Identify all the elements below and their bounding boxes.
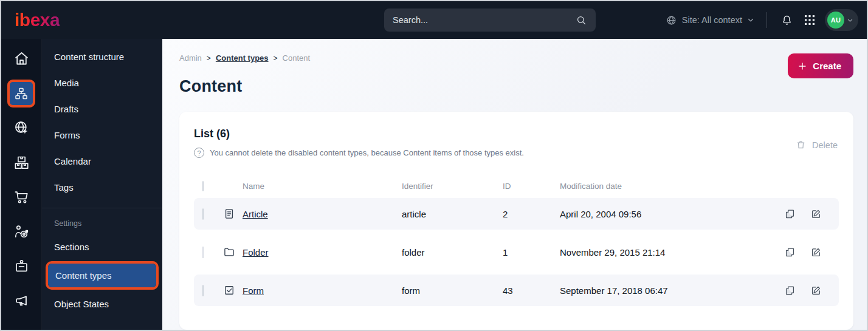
cell-identifier: form <box>402 285 503 296</box>
site-globe-icon[interactable] <box>1 111 41 145</box>
content-type-link[interactable]: Form <box>243 285 264 296</box>
sidebar-item-tags[interactable]: Tags <box>42 174 162 200</box>
search-input[interactable] <box>393 15 576 25</box>
content-type-link[interactable]: Folder <box>243 247 269 258</box>
cell-identifier: folder <box>402 247 503 258</box>
home-icon[interactable] <box>1 41 41 76</box>
trash-icon <box>796 140 806 150</box>
table-row: Folder folder 1 November 29, 2015 21:14 <box>194 236 839 268</box>
cell-modification-date: September 17, 2018 06:47 <box>560 285 767 296</box>
copy-icon[interactable] <box>784 285 796 296</box>
sidebar-item-content-types[interactable]: Content types <box>48 264 156 287</box>
article-icon <box>223 208 235 220</box>
table-header-row: Name Identifier ID Modification date <box>194 174 839 198</box>
content-tree-icon <box>14 86 29 101</box>
select-all-checkbox[interactable] <box>202 181 204 191</box>
content-tree-rail-item[interactable] <box>1 76 41 111</box>
user-menu[interactable]: AU <box>825 9 858 31</box>
edit-icon[interactable] <box>810 247 822 258</box>
sidebar: Content structure Media Drafts Forms Cal… <box>42 39 162 330</box>
header-name: Name <box>243 182 402 191</box>
content-types-list-card: List (6) ? You cannot delete the disable… <box>179 112 853 330</box>
breadcrumb-current: Content <box>283 53 311 63</box>
header-identifier: Identifier <box>402 182 503 191</box>
topbar-divider <box>766 12 767 28</box>
breadcrumb-separator: > <box>207 54 211 63</box>
content-tree-icon-selected-highlight <box>7 80 35 107</box>
breadcrumb-admin[interactable]: Admin <box>179 53 202 63</box>
question-circle-icon: ? <box>194 148 204 158</box>
table-row: Form form 43 September 17, 2018 06:47 <box>194 275 839 306</box>
megaphone-icon[interactable] <box>1 284 41 318</box>
breadcrumb: Admin > Content types > Content <box>179 53 853 63</box>
breadcrumb-content-types-link[interactable]: Content types <box>216 53 269 63</box>
ibexa-logo[interactable]: ibexa <box>15 10 60 30</box>
copy-icon[interactable] <box>784 247 796 258</box>
delete-button-label: Delete <box>812 140 838 150</box>
sidebar-item-sections[interactable]: Sections <box>42 234 162 260</box>
create-button[interactable]: Create <box>788 53 853 78</box>
app-window: ibexa Site: All context <box>0 0 868 331</box>
sidebar-item-drafts[interactable]: Drafts <box>42 96 162 122</box>
copy-icon[interactable] <box>784 208 796 220</box>
content-types-selected-highlight: Content types <box>46 261 159 290</box>
page-title: Content <box>179 77 853 96</box>
icon-rail <box>1 39 42 330</box>
app-grid-icon[interactable] <box>803 13 816 27</box>
plus-icon <box>797 61 807 71</box>
badge-icon[interactable] <box>1 249 41 284</box>
chevron-down-icon <box>847 17 853 24</box>
site-context-label: Site: All context <box>682 15 742 25</box>
packages-icon[interactable] <box>1 145 41 180</box>
row-checkbox[interactable] <box>202 208 204 220</box>
sidebar-item-content-structure[interactable]: Content structure <box>42 44 162 70</box>
search-icon[interactable] <box>576 15 587 26</box>
folder-icon <box>223 246 235 258</box>
cell-id: 2 <box>503 209 560 219</box>
list-helper-text: You cannot delete the disabled content t… <box>210 148 524 157</box>
create-button-label: Create <box>813 61 841 71</box>
cart-icon[interactable] <box>1 180 41 214</box>
sidebar-settings-label: Settings <box>42 214 162 234</box>
site-context-selector[interactable]: Site: All context <box>666 15 754 26</box>
edit-icon[interactable] <box>810 285 822 296</box>
header-modification-date: Modification date <box>560 182 767 191</box>
cell-modification-date: November 29, 2015 21:14 <box>560 247 767 258</box>
row-checkbox[interactable] <box>202 285 204 296</box>
list-title: List (6) <box>194 128 839 140</box>
global-search[interactable] <box>384 9 596 32</box>
breadcrumb-separator: > <box>274 54 278 63</box>
table-row: Article article 2 April 20, 2004 09:56 <box>194 198 839 230</box>
list-helper: ? You cannot delete the disabled content… <box>194 148 839 158</box>
sidebar-item-media[interactable]: Media <box>42 70 162 96</box>
sidebar-item-forms[interactable]: Forms <box>42 122 162 148</box>
main-content: Admin > Content types > Content Create C… <box>162 39 867 330</box>
topbar: ibexa Site: All context <box>1 1 867 39</box>
sidebar-item-calendar[interactable]: Calendar <box>42 148 162 174</box>
content-type-link[interactable]: Article <box>243 209 268 219</box>
cell-id: 43 <box>503 285 560 296</box>
delete-button[interactable]: Delete <box>796 140 838 150</box>
avatar: AU <box>827 12 844 29</box>
content-types-table: Name Identifier ID Modification date Art… <box>194 174 839 306</box>
cell-modification-date: April 20, 2004 09:56 <box>560 209 767 219</box>
chevron-down-icon <box>747 16 754 24</box>
cell-identifier: article <box>402 209 503 219</box>
form-icon <box>223 284 235 296</box>
sidebar-settings-group: Settings Sections Content types Object S… <box>42 208 162 317</box>
notifications-bell-icon[interactable] <box>779 13 794 28</box>
cell-id: 1 <box>503 247 560 258</box>
personalization-target-icon[interactable] <box>1 214 41 249</box>
row-checkbox-disabled <box>202 247 204 258</box>
header-id: ID <box>503 182 560 191</box>
topbar-right: Site: All context AU <box>666 9 858 31</box>
sidebar-item-object-states[interactable]: Object States <box>42 291 162 317</box>
globe-icon <box>666 15 677 26</box>
edit-icon[interactable] <box>810 208 822 220</box>
